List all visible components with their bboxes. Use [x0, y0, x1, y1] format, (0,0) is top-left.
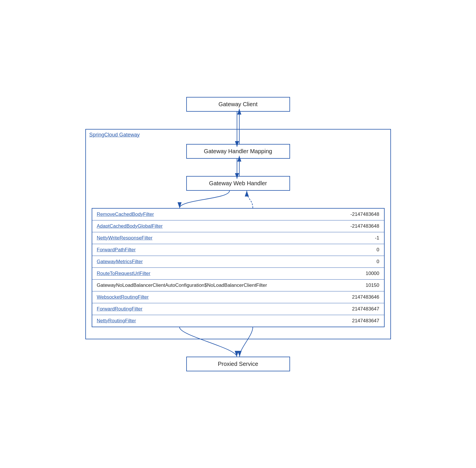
filter-name: ForwardRoutingFilter — [97, 306, 345, 312]
filter-row: RouteToRequestUrlFilter10000 — [92, 268, 384, 280]
filter-row: NettyWriteResponseFilter-1 — [92, 232, 384, 244]
gateway-client-box: Gateway Client — [186, 97, 290, 112]
springcloud-label: SpringCloud Gateway — [89, 132, 140, 138]
filter-value: 2147483646 — [345, 294, 379, 300]
proxied-service-label: Proxied Service — [218, 361, 258, 367]
filter-row: GatewayMetricsFilter0 — [92, 256, 384, 268]
filter-name: AdaptCachedBodyGlobalFilter — [97, 223, 345, 229]
filter-row: GatewayNoLoadBalancerClientAutoConfigura… — [92, 280, 384, 291]
filter-value: 10150 — [345, 282, 379, 288]
filter-name: NettyRoutingFilter — [97, 318, 345, 324]
web-handler-label: Gateway Web Handler — [209, 180, 267, 186]
web-handler-box: Gateway Web Handler — [186, 176, 290, 191]
proxied-service-box: Proxied Service — [186, 357, 290, 371]
filter-name: GatewayMetricsFilter — [97, 259, 345, 265]
filter-value: 2147483647 — [345, 306, 379, 312]
springcloud-wrapper: SpringCloud Gateway Gateway Handler Mapp… — [85, 129, 391, 339]
filter-value: -2147483648 — [345, 223, 379, 229]
filter-row: RemoveCachedBodyFilter-2147483648 — [92, 209, 384, 220]
filter-row: ForwardRoutingFilter2147483647 — [92, 303, 384, 315]
filter-row: ForwardPathFilter0 — [92, 244, 384, 256]
filter-name: RouteToRequestUrlFilter — [97, 271, 345, 276]
filter-row: WebsocketRoutingFilter2147483646 — [92, 291, 384, 303]
diagram-container: Gateway Client SpringCloud Gateway Gatew… — [80, 88, 397, 380]
filter-value: 10000 — [345, 271, 379, 276]
handler-mapping-box: Gateway Handler Mapping — [186, 144, 290, 159]
filter-value: 2147483647 — [345, 318, 379, 324]
filter-row: NettyRoutingFilter2147483647 — [92, 315, 384, 327]
filter-value: -2147483648 — [345, 211, 379, 217]
diagram-outer: Gateway Client SpringCloud Gateway Gatew… — [85, 97, 391, 371]
gateway-client-label: Gateway Client — [219, 101, 258, 107]
filter-name: ForwardPathFilter — [97, 247, 345, 253]
filter-row: AdaptCachedBodyGlobalFilter-2147483648 — [92, 220, 384, 232]
filter-name: RemoveCachedBodyFilter — [97, 211, 345, 217]
filter-value: 0 — [345, 247, 379, 253]
filter-name: GatewayNoLoadBalancerClientAutoConfigura… — [97, 282, 345, 288]
handler-mapping-label: Gateway Handler Mapping — [204, 148, 272, 154]
filter-value: 0 — [345, 259, 379, 265]
filter-name: WebsocketRoutingFilter — [97, 294, 345, 300]
filter-name: NettyWriteResponseFilter — [97, 235, 345, 241]
filters-section: RemoveCachedBodyFilter-2147483648AdaptCa… — [92, 208, 385, 327]
filter-value: -1 — [345, 235, 379, 241]
